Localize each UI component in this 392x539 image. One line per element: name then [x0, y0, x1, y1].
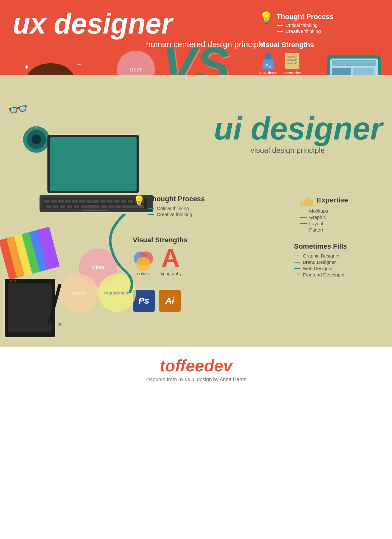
- dash-icon: [277, 31, 283, 32]
- ux-right-panel: 💡 Thought Process Critical thinking Crea…: [259, 13, 379, 75]
- bulb-icon: 💡: [259, 11, 273, 24]
- thought-process-title: Thought Process: [277, 13, 334, 21]
- ai-tool-icon: Ai: [159, 290, 181, 312]
- svg-rect-84: [8, 283, 52, 332]
- svg-text:✓: ✓: [295, 61, 298, 65]
- svg-rect-58: [44, 200, 50, 203]
- svg-rect-65: [93, 200, 99, 203]
- svg-point-86: [14, 280, 16, 282]
- svg-rect-82: [82, 210, 107, 211]
- svg-rect-35: [332, 68, 351, 75]
- tablet-illustration: [326, 54, 383, 75]
- svg-rect-68: [114, 200, 119, 203]
- svg-rect-66: [100, 200, 106, 203]
- svg-rect-95: [310, 200, 313, 205]
- svg-rect-22: [266, 53, 271, 59]
- svg-rect-36: [353, 68, 374, 75]
- svg-rect-73: [53, 205, 58, 208]
- ui-expertise: Expertise Mockups Graphic Layout Pattern: [300, 195, 383, 233]
- ui-exp-4: Pattern: [300, 227, 383, 232]
- svg-rect-28: [287, 63, 293, 64]
- svg-text:~: ~: [77, 61, 81, 68]
- ui-sf-4: Frontend Developer: [294, 272, 383, 277]
- svg-rect-78: [101, 205, 107, 208]
- svg-rect-62: [72, 200, 78, 203]
- thought-item-2: Creative thinking: [277, 28, 334, 34]
- svg-rect-79: [108, 205, 114, 208]
- svg-text:✦: ✦: [24, 63, 29, 71]
- venn-client-needs: needs: [60, 274, 98, 312]
- svg-point-23: [266, 64, 268, 66]
- svg-point-3: [27, 63, 74, 75]
- ui-exp-2: Graphic: [300, 214, 383, 220]
- vs-text: VS: [162, 40, 230, 75]
- task-flows-item: task flows: [259, 52, 277, 75]
- ui-expertise-title: Expertise: [317, 196, 348, 204]
- ui-title-area: ui designer - visual design principle -: [193, 94, 383, 155]
- svg-rect-74: [60, 205, 65, 208]
- ui-sf-2: Brand Designer: [294, 259, 383, 265]
- svg-rect-75: [67, 205, 72, 208]
- ui-sf-3: Web Designer: [294, 266, 383, 271]
- ui-sf-1: Graphic Designer: [294, 253, 383, 258]
- svg-rect-80: [115, 205, 121, 208]
- brand-name: toffeedev: [9, 356, 383, 375]
- svg-marker-88: [57, 323, 62, 328]
- scenarios-item: ✓ ✓ ✓ scenarios: [284, 52, 301, 75]
- svg-rect-92: [301, 201, 303, 205]
- laptop-illustration: [38, 132, 145, 208]
- svg-point-85: [10, 280, 12, 282]
- ui-thought-title: Thought Process: [148, 195, 205, 203]
- svg-rect-34: [332, 60, 376, 66]
- venn-user: user: [117, 51, 155, 75]
- ui-expertise-title-row: Expertise: [300, 195, 383, 206]
- color-swatches: [0, 227, 60, 280]
- dash-icon: [277, 25, 283, 26]
- svg-rect-55: [50, 137, 137, 191]
- svg-rect-67: [107, 200, 113, 203]
- svg-rect-96: [300, 205, 314, 206]
- svg-rect-77: [81, 205, 100, 208]
- ux-person-illustration: 🍎 ✦ ~ ~: [6, 38, 101, 75]
- svg-rect-61: [65, 200, 71, 203]
- svg-rect-64: [86, 200, 92, 203]
- visual-strengths-title: Visual Strengths: [259, 41, 379, 49]
- bottom-section: 👓: [0, 75, 392, 347]
- credit-text: resource from ux vs ui design by Anna Ha…: [9, 377, 383, 382]
- glasses-illustration: 👓: [6, 98, 30, 121]
- bulb-icon-ui: 💡: [133, 195, 145, 207]
- cable: [101, 214, 149, 294]
- svg-rect-94: [307, 197, 310, 205]
- ui-subtitle: - visual design principle -: [193, 146, 383, 155]
- svg-rect-26: [287, 56, 295, 58]
- svg-rect-93: [304, 199, 307, 205]
- top-section: ux designer - human centered design prin…: [0, 0, 392, 75]
- svg-rect-76: [74, 205, 79, 208]
- svg-point-24: [269, 66, 271, 68]
- thought-item-1: Critical thinking: [277, 22, 334, 28]
- svg-rect-63: [79, 200, 85, 203]
- svg-rect-59: [51, 200, 57, 203]
- ui-sometimes-fills: Sometimes Fills Graphic Designer Brand D…: [294, 242, 383, 278]
- ui-thought-1: Critical thinking: [148, 206, 205, 211]
- ui-exp-1: Mockups: [300, 208, 383, 214]
- svg-rect-72: [46, 205, 52, 208]
- svg-rect-60: [58, 200, 64, 203]
- footer: toffeedev resource from ux vs ui design …: [0, 347, 392, 392]
- ui-thought-2: Creative thinking: [148, 212, 205, 217]
- ui-title: ui designer: [193, 113, 383, 144]
- ux-thought-process: 💡 Thought Process Critical thinking Crea…: [259, 13, 379, 34]
- ui-exp-3: Layout: [300, 221, 383, 226]
- svg-rect-69: [121, 200, 126, 203]
- typography-icon: A: [162, 247, 180, 270]
- typography-item: A typography: [160, 247, 181, 276]
- ui-sf-title: Sometimes Fills: [294, 242, 383, 251]
